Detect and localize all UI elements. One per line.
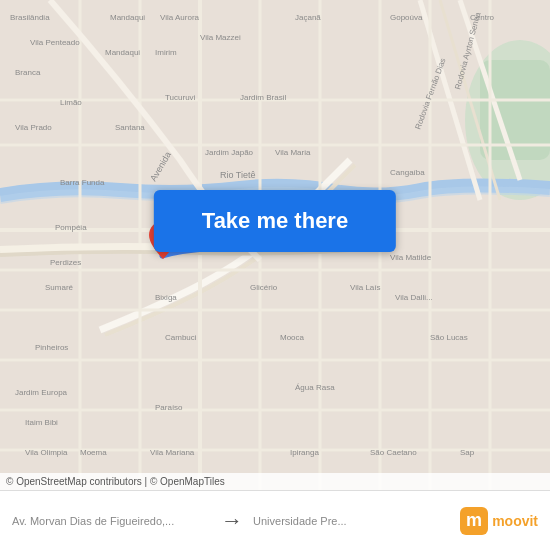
svg-text:Centro: Centro — [470, 13, 495, 22]
to-location: Universidade Pre... — [253, 515, 452, 527]
svg-text:Gopoúva: Gopoúva — [390, 13, 423, 22]
svg-text:Mooca: Mooca — [280, 333, 305, 342]
moovit-logo-text: moovit — [492, 513, 538, 529]
svg-text:São Caetano: São Caetano — [370, 448, 417, 457]
svg-text:Paraíso: Paraíso — [155, 403, 183, 412]
svg-text:Vila Mariana: Vila Mariana — [150, 448, 195, 457]
svg-text:Sap: Sap — [460, 448, 475, 457]
svg-text:Moema: Moema — [80, 448, 107, 457]
svg-text:Cambuci: Cambuci — [165, 333, 197, 342]
to-label: Universidade Pre... — [253, 515, 452, 527]
svg-text:Vila Aurora: Vila Aurora — [160, 13, 200, 22]
take-me-there-button[interactable]: Take me there — [154, 190, 396, 252]
bottom-bar: Av. Morvan Dias de Figueiredo,... → Univ… — [0, 490, 550, 550]
svg-text:Brasilândia: Brasilândia — [10, 13, 50, 22]
svg-text:Pompéia: Pompéia — [55, 223, 87, 232]
moovit-logo: m moovit — [460, 507, 538, 535]
svg-text:Santana: Santana — [115, 123, 145, 132]
svg-text:Vila Matilde: Vila Matilde — [390, 253, 432, 262]
svg-text:Jardim Europa: Jardim Europa — [15, 388, 68, 397]
svg-text:Tucuruvi: Tucuruvi — [165, 93, 196, 102]
arrow-icon: → — [211, 508, 253, 534]
svg-text:Mandaqui: Mandaqui — [105, 48, 140, 57]
svg-text:Vila Olimpia: Vila Olimpia — [25, 448, 68, 457]
svg-text:São Lucas: São Lucas — [430, 333, 468, 342]
svg-text:Vila Penteado: Vila Penteado — [30, 38, 80, 47]
svg-text:Água Rasa: Água Rasa — [295, 383, 335, 392]
svg-text:Bixiga: Bixiga — [155, 293, 177, 302]
svg-text:Vila Prado: Vila Prado — [15, 123, 52, 132]
map-container: Avenida Rodovia Fernão Dias Rodovia Ayrt… — [0, 0, 550, 490]
svg-text:Limão: Limão — [60, 98, 82, 107]
svg-text:Jardim Brasil: Jardim Brasil — [240, 93, 286, 102]
moovit-logo-letter: m — [460, 507, 488, 535]
svg-text:Vila Dalli...: Vila Dalli... — [395, 293, 433, 302]
svg-text:Perdizes: Perdizes — [50, 258, 81, 267]
svg-text:Vila Laís: Vila Laís — [350, 283, 381, 292]
from-label: Av. Morvan Dias de Figueiredo,... — [12, 515, 211, 527]
svg-text:Pinheiros: Pinheiros — [35, 343, 68, 352]
svg-text:Mandaqui: Mandaqui — [110, 13, 145, 22]
map-attribution: © OpenStreetMap contributors | © OpenMap… — [0, 473, 550, 490]
svg-text:Sumaré: Sumaré — [45, 283, 74, 292]
svg-text:Glicério: Glicério — [250, 283, 278, 292]
svg-text:Itaim Bibi: Itaim Bibi — [25, 418, 58, 427]
from-location: Av. Morvan Dias de Figueiredo,... — [12, 515, 211, 527]
svg-text:Barra Funda: Barra Funda — [60, 178, 105, 187]
svg-text:Vila Maria: Vila Maria — [275, 148, 311, 157]
svg-text:Imirim: Imirim — [155, 48, 177, 57]
svg-text:Cangaíba: Cangaíba — [390, 168, 425, 177]
svg-text:Jardim Japão: Jardim Japão — [205, 148, 254, 157]
svg-text:Vila Mazzei: Vila Mazzei — [200, 33, 241, 42]
svg-text:Rio Tietê: Rio Tietê — [220, 170, 256, 180]
svg-text:Branca: Branca — [15, 68, 41, 77]
svg-text:Jaçanã: Jaçanã — [295, 13, 321, 22]
svg-text:Ipiranga: Ipiranga — [290, 448, 319, 457]
